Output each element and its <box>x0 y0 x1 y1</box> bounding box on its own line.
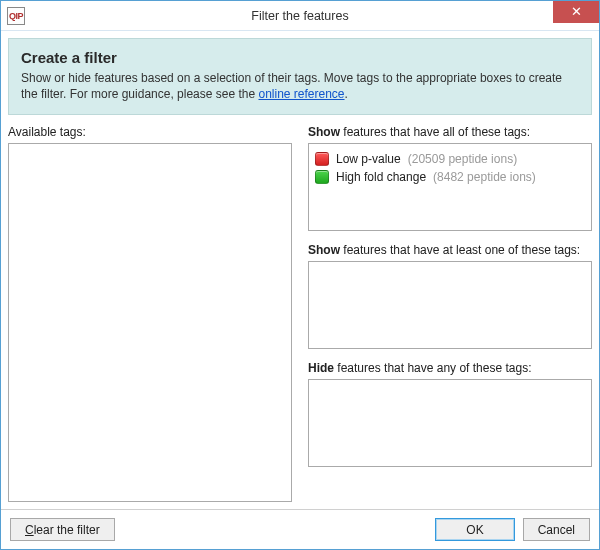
show-all-bold: Show <box>308 125 340 139</box>
tag-name: Low p-value <box>336 152 401 166</box>
info-title: Create a filter <box>21 49 579 66</box>
show-any-listbox[interactable] <box>308 261 592 349</box>
criteria-column: Show features that have all of these tag… <box>308 125 592 502</box>
main-area: Available tags: Show features that have … <box>1 115 599 509</box>
show-all-rest: features that have all of these tags: <box>340 125 530 139</box>
show-all-section: Show features that have all of these tag… <box>308 125 592 231</box>
clear-filter-rest: lear the filter <box>34 523 100 537</box>
available-tags-listbox[interactable] <box>8 143 292 502</box>
tag-item[interactable]: Low p-value(20509 peptide ions) <box>315 150 585 168</box>
show-all-label: Show features that have all of these tag… <box>308 125 592 139</box>
dialog-window: QIP Filter the features ✕ Create a filte… <box>0 0 600 550</box>
available-section: Available tags: <box>8 125 292 502</box>
hide-section: Hide features that have any of these tag… <box>308 361 592 467</box>
close-icon: ✕ <box>571 4 582 19</box>
show-any-label: Show features that have at least one of … <box>308 243 592 257</box>
hide-label: Hide features that have any of these tag… <box>308 361 592 375</box>
cancel-button[interactable]: Cancel <box>523 518 590 541</box>
online-reference-link[interactable]: online reference <box>258 87 344 101</box>
close-button[interactable]: ✕ <box>553 1 599 23</box>
app-icon: QIP <box>7 7 25 25</box>
show-any-rest: features that have at least one of these… <box>340 243 580 257</box>
info-body: Show or hide features based on a selecti… <box>21 70 579 102</box>
tag-count: (8482 peptide ions) <box>433 170 536 184</box>
hide-bold: Hide <box>308 361 334 375</box>
ok-button[interactable]: OK <box>435 518 514 541</box>
clear-filter-button[interactable]: Clear the filter <box>10 518 115 541</box>
tag-swatch-icon <box>315 170 329 184</box>
tag-swatch-icon <box>315 152 329 166</box>
window-title: Filter the features <box>1 9 599 23</box>
available-label: Available tags: <box>8 125 292 139</box>
show-all-listbox[interactable]: Low p-value(20509 peptide ions)High fold… <box>308 143 592 231</box>
show-any-section: Show features that have at least one of … <box>308 243 592 349</box>
tag-name: High fold change <box>336 170 426 184</box>
hide-listbox[interactable] <box>308 379 592 467</box>
hide-rest: features that have any of these tags: <box>334 361 531 375</box>
info-panel: Create a filter Show or hide features ba… <box>8 38 592 115</box>
info-body-post: . <box>345 87 348 101</box>
tag-count: (20509 peptide ions) <box>408 152 517 166</box>
footer: Clear the filter OK Cancel <box>1 509 599 549</box>
tag-item[interactable]: High fold change(8482 peptide ions) <box>315 168 585 186</box>
show-any-bold: Show <box>308 243 340 257</box>
clear-filter-underline: C <box>25 523 34 537</box>
titlebar[interactable]: QIP Filter the features ✕ <box>1 1 599 31</box>
